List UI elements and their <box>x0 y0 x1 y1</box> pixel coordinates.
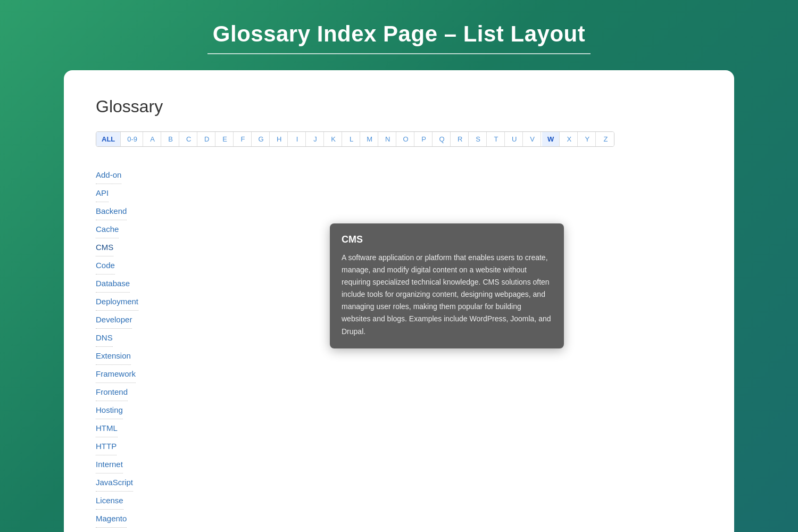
alpha-nav-item-k[interactable]: K <box>325 132 342 146</box>
glossary-item-javascript[interactable]: JavaScript <box>96 473 133 492</box>
alpha-nav-item-i[interactable]: I <box>289 132 306 146</box>
alpha-nav-item-q[interactable]: Q <box>434 132 451 146</box>
glossary-item-database[interactable]: Database <box>96 275 130 293</box>
alpha-nav-item-all[interactable]: ALL <box>96 132 121 146</box>
alpha-nav-item-r[interactable]: R <box>452 132 469 146</box>
glossary-heading: Glossary <box>96 97 702 117</box>
glossary-item-api[interactable]: API <box>96 184 109 202</box>
alpha-nav-item-e[interactable]: E <box>217 132 234 146</box>
glossary-item-dns[interactable]: DNS <box>96 329 113 347</box>
glossary-item-frontend[interactable]: Frontend <box>96 383 128 401</box>
glossary-item-developer[interactable]: Developer <box>96 311 132 329</box>
alpha-nav-item-c[interactable]: C <box>180 132 197 146</box>
glossary-item-html[interactable]: HTML <box>96 419 118 437</box>
alpha-navigation: ALL0-9ABCDEFGHIJKLMNOPQRSTUVWXYZ <box>96 131 614 147</box>
glossary-item-extension[interactable]: Extension <box>96 347 131 365</box>
alpha-nav-item-x[interactable]: X <box>561 132 578 146</box>
alpha-nav-item-g[interactable]: G <box>253 132 270 146</box>
alpha-nav-item-n[interactable]: N <box>379 132 396 146</box>
glossary-item-magento[interactable]: Magento <box>96 510 127 528</box>
page-title: Glossary Index Page – List Layout <box>11 21 787 47</box>
alpha-nav-item-z[interactable]: Z <box>597 132 614 146</box>
glossary-list: Add-onAPIBackendCacheCMSCodeDatabaseDepl… <box>96 166 702 532</box>
alpha-nav-item-m[interactable]: M <box>361 132 378 146</box>
alpha-nav-item-y[interactable]: Y <box>579 132 596 146</box>
cms-tooltip: CMS A software application or platform t… <box>330 223 564 348</box>
glossary-item-open-source[interactable]: Open Source <box>96 528 143 532</box>
alpha-nav-item-a[interactable]: A <box>144 132 161 146</box>
glossary-item-cms[interactable]: CMS <box>96 238 113 256</box>
alpha-nav-item-s[interactable]: S <box>470 132 487 146</box>
alpha-nav-item-d[interactable]: D <box>198 132 215 146</box>
page-title-underline <box>207 53 591 54</box>
glossary-item-code[interactable]: Code <box>96 256 115 275</box>
page-header: Glossary Index Page – List Layout <box>0 0 798 70</box>
alpha-nav-item-w[interactable]: W <box>542 132 560 146</box>
alpha-nav-item-l[interactable]: L <box>343 132 360 146</box>
alpha-nav-item-o[interactable]: O <box>397 132 414 146</box>
glossary-item-deployment[interactable]: Deployment <box>96 293 138 311</box>
alpha-nav-item-t[interactable]: T <box>488 132 505 146</box>
glossary-item-license[interactable]: License <box>96 492 123 510</box>
main-card: Glossary ALL0-9ABCDEFGHIJKLMNOPQRSTUVWXY… <box>64 70 734 532</box>
alpha-nav-item-b[interactable]: B <box>162 132 179 146</box>
glossary-item-cache[interactable]: Cache <box>96 220 119 238</box>
alpha-nav-item-u[interactable]: U <box>506 132 523 146</box>
alpha-nav-item-f[interactable]: F <box>235 132 252 146</box>
alpha-nav-item-p[interactable]: P <box>415 132 433 146</box>
alpha-nav-item-0-9[interactable]: 0-9 <box>122 132 143 146</box>
glossary-item-framework[interactable]: Framework <box>96 365 136 383</box>
alpha-nav-item-h[interactable]: H <box>271 132 288 146</box>
glossary-item-backend[interactable]: Backend <box>96 202 127 220</box>
glossary-item-http[interactable]: HTTP <box>96 437 117 455</box>
glossary-item-add-on[interactable]: Add-on <box>96 166 121 184</box>
tooltip-title: CMS <box>342 234 552 245</box>
tooltip-body: A software application or platform that … <box>342 252 552 338</box>
glossary-item-hosting[interactable]: Hosting <box>96 401 123 419</box>
alpha-nav-item-j[interactable]: J <box>307 132 324 146</box>
glossary-item-internet[interactable]: Internet <box>96 455 123 473</box>
alpha-nav-item-v[interactable]: V <box>524 132 541 146</box>
